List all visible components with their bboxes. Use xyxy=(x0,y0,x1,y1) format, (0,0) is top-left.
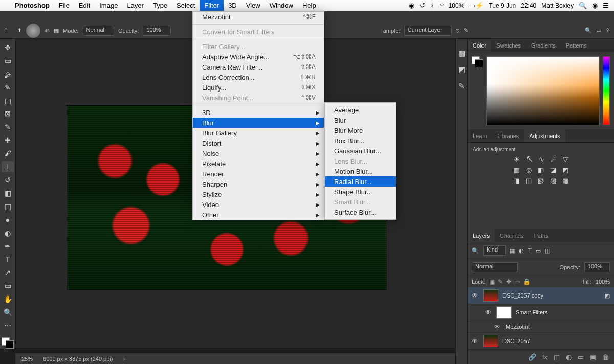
menu-date[interactable]: Tue 9 Jun xyxy=(489,2,516,9)
eraser-tool-icon[interactable]: ◧ xyxy=(2,188,14,199)
filter-item-blur[interactable]: Blur▶ xyxy=(193,118,324,128)
layer-name[interactable]: DSC_2057 copy xyxy=(502,292,543,299)
brushes-panel-icon[interactable]: ✎ xyxy=(458,82,465,90)
blur-tool-icon[interactable]: ● xyxy=(2,214,14,225)
menu-type[interactable]: Type xyxy=(148,0,172,11)
dodge-tool-icon[interactable]: ◐ xyxy=(2,228,14,239)
filter-search-icon[interactable]: 🔍 xyxy=(472,247,479,254)
layer-name[interactable]: DSC_2057 xyxy=(502,338,530,344)
filter-last[interactable]: Mezzotint ^⌘F xyxy=(193,12,324,22)
blur-item-blur[interactable]: Blur xyxy=(325,115,396,125)
layer-opacity[interactable]: 100% xyxy=(584,262,610,272)
edit-toolbar-icon[interactable]: ⋯ xyxy=(2,320,14,331)
screenrec-icon[interactable]: ◉ xyxy=(409,2,414,9)
home-icon[interactable]: ⌂ xyxy=(4,26,13,35)
filter-item-3d[interactable]: 3D▶ xyxy=(193,107,324,118)
filter-item-distort[interactable]: Distort▶ xyxy=(193,138,324,148)
search-icon[interactable]: 🔍 xyxy=(585,27,592,34)
type-tool-icon[interactable]: T xyxy=(2,254,14,265)
filter-item[interactable]: Liquify...⇧⌘X xyxy=(193,82,324,93)
layer-row[interactable]: 👁 Mezzotint xyxy=(468,321,614,333)
menu-layer[interactable]: Layer xyxy=(122,0,148,11)
tab-adjustments[interactable]: Adjustments xyxy=(524,129,565,142)
filter-mask-thumb[interactable] xyxy=(496,306,512,318)
tab-patterns[interactable]: Patterns xyxy=(561,39,592,52)
menu-time[interactable]: 22:40 xyxy=(521,2,536,9)
posterize-icon[interactable]: ◫ xyxy=(525,177,532,185)
share-icon[interactable]: ⇪ xyxy=(605,27,610,34)
sample-select[interactable]: Current Layer xyxy=(404,26,452,36)
gradientmap-icon[interactable]: ▨ xyxy=(550,177,556,185)
threshold-icon[interactable]: ▧ xyxy=(538,177,544,185)
history-brush-tool-icon[interactable]: ↺ xyxy=(2,174,14,186)
filter-item[interactable]: Adaptive Wide Angle...⌥⇧⌘A xyxy=(193,52,324,62)
opacity-select[interactable]: 100% xyxy=(143,26,170,36)
tab-learn[interactable]: Learn xyxy=(468,129,492,142)
layer-row[interactable]: 👁 DSC_2057 xyxy=(468,333,614,350)
menu-user[interactable]: Matt Boxley xyxy=(541,2,574,9)
menu-window[interactable]: Window xyxy=(265,0,298,11)
filter-pixel-icon[interactable]: ▦ xyxy=(510,247,515,254)
bluetooth-icon[interactable]: ᚼ xyxy=(430,2,434,9)
menu-3d[interactable]: 3D xyxy=(224,0,242,11)
menu-app[interactable]: Photoshop xyxy=(10,0,54,11)
channelmixer-icon[interactable]: ◩ xyxy=(562,166,568,174)
brush-panel-icon[interactable]: ▦ xyxy=(54,27,59,34)
lock-artboard-icon[interactable]: ▭ xyxy=(514,278,520,285)
lock-pixels-icon[interactable]: ✎ xyxy=(498,278,503,285)
pen-tool-icon[interactable]: ✒ xyxy=(2,241,14,252)
ignore-adjustment-icon[interactable]: ⦸ xyxy=(456,27,459,34)
filter-item-video[interactable]: Video▶ xyxy=(193,199,324,210)
filter-smart-icon[interactable]: ◫ xyxy=(545,247,550,254)
color-field[interactable] xyxy=(486,56,600,125)
filter-item-stylize[interactable]: Stylize▶ xyxy=(193,189,324,199)
menu-view[interactable]: View xyxy=(242,0,265,11)
path-tool-icon[interactable]: ↗ xyxy=(2,267,14,278)
blur-item-surface-blur[interactable]: Surface Blur... xyxy=(325,207,396,217)
menu-filter[interactable]: Filter xyxy=(200,0,224,11)
timemachine-icon[interactable]: ↺ xyxy=(420,2,425,9)
spotlight-icon[interactable]: 🔍 xyxy=(579,2,587,9)
history-panel-icon[interactable]: ▤ xyxy=(458,49,465,57)
filter-adjust-icon[interactable]: ◐ xyxy=(519,247,524,254)
exposure-icon[interactable]: ☄ xyxy=(551,155,557,163)
menu-edit[interactable]: Edit xyxy=(74,0,95,11)
adjustment-layer-icon[interactable]: ◐ xyxy=(566,353,572,361)
filter-item-blur-gallery[interactable]: Blur Gallery▶ xyxy=(193,128,324,138)
frame-tool-icon[interactable]: ⊠ xyxy=(2,108,14,120)
clone-stamp-tool-icon[interactable]: ⊥ xyxy=(2,161,14,172)
battery-icon[interactable]: ▭⚡ xyxy=(469,2,484,9)
layer-filter-kind[interactable]: Kind xyxy=(483,245,506,256)
levels-icon[interactable]: ⛏ xyxy=(526,155,533,163)
blur-item-shape-blur[interactable]: Shape Blur... xyxy=(325,187,396,197)
brightness-icon[interactable]: ☀ xyxy=(514,155,520,163)
eyedropper-tool-icon[interactable]: ✎ xyxy=(2,121,14,132)
hue-icon[interactable]: ▦ xyxy=(514,166,520,174)
zoom-level[interactable]: 25% xyxy=(21,356,33,362)
visibility-icon[interactable]: 👁 xyxy=(494,323,501,330)
layer-thumb[interactable] xyxy=(483,335,498,347)
quick-select-tool-icon[interactable]: ✎ xyxy=(2,82,14,93)
crop-tool-icon[interactable]: ◫ xyxy=(2,95,14,106)
selectivecolor-icon[interactable]: ▩ xyxy=(562,177,568,185)
filter-shape-icon[interactable]: ▭ xyxy=(536,247,541,254)
hue-slider[interactable] xyxy=(603,56,610,125)
properties-panel-icon[interactable]: ◩ xyxy=(458,65,465,74)
hand-tool-icon[interactable]: ✋ xyxy=(2,293,14,305)
status-chevron-icon[interactable]: › xyxy=(123,356,125,362)
layer-mask-icon[interactable]: ◫ xyxy=(554,353,560,361)
tab-color[interactable]: Color xyxy=(468,39,491,52)
blur-item-motion-blur[interactable]: Motion Blur... xyxy=(325,166,396,176)
menu-file[interactable]: File xyxy=(54,0,74,11)
bw-icon[interactable]: ◧ xyxy=(538,166,544,174)
layer-fx-icon[interactable]: fx xyxy=(542,353,547,361)
brush-tool-icon[interactable]: 🖌 xyxy=(2,148,14,159)
rectangle-tool-icon[interactable]: ▭ xyxy=(2,280,14,291)
layer-name[interactable]: Mezzotint xyxy=(506,324,530,330)
gradient-tool-icon[interactable]: ▤ xyxy=(2,201,14,212)
workspace-icon[interactable]: ▭ xyxy=(596,27,601,34)
tab-swatches[interactable]: Swatches xyxy=(491,39,526,52)
tab-paths[interactable]: Paths xyxy=(529,229,554,242)
filter-item[interactable]: Lens Correction...⇧⌘R xyxy=(193,72,324,82)
marquee-tool-icon[interactable]: ▭ xyxy=(2,55,14,66)
